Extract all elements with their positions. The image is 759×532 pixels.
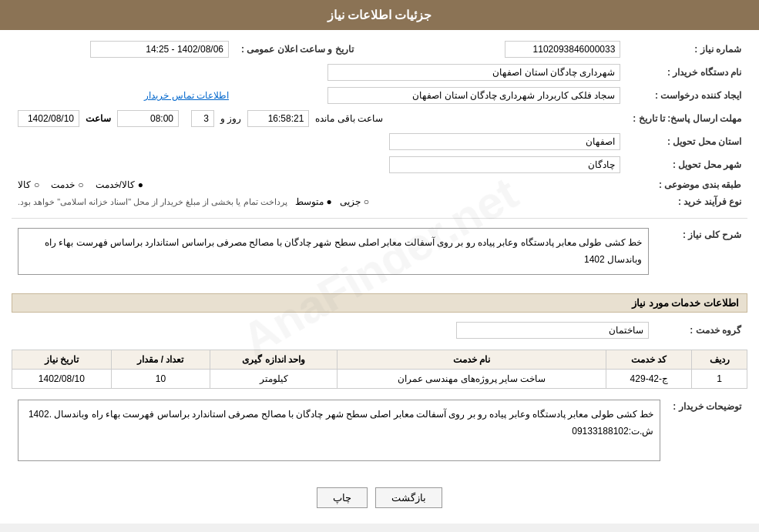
delivery-province-value: اصفهان: [12, 130, 626, 153]
delivery-city-label: شهر محل تحویل :: [626, 153, 747, 176]
col-service-code: کد خدمت: [606, 350, 692, 370]
category-kala[interactable]: ○ کالا: [18, 179, 39, 190]
process-جزیی[interactable]: ○ جزیی: [340, 196, 369, 207]
process-type-label: نوع فرآیند خرید :: [626, 193, 747, 210]
col-unit: واحد اندازه گیری: [210, 350, 338, 370]
radio-kala-khadamat: ●: [138, 179, 143, 190]
cell-service-name: ساخت سایر پروژه‌های مهندسی عمران: [337, 370, 606, 389]
process-type-options: پرداخت تمام یا بخشی از مبلغ خریدار از مح…: [12, 193, 626, 210]
print-button[interactable]: چاپ: [317, 487, 368, 508]
col-service-name: نام خدمت: [337, 350, 606, 370]
radio-khadamat: ○: [78, 179, 83, 190]
col-date: تاریخ نیاز: [12, 350, 112, 370]
cell-service-code: ج-42-429: [606, 370, 692, 389]
announce-datetime-value: 1402/08/06 - 14:25: [12, 38, 235, 61]
service-group-value: ساختمان: [12, 319, 655, 342]
cell-date: 1402/08/10: [12, 370, 112, 389]
buyer-contact-link[interactable]: اطلاعات تماس خریدار: [12, 84, 235, 107]
category-khadamat[interactable]: ○ خدمت: [51, 179, 83, 190]
back-button[interactable]: بازگشت: [375, 487, 442, 508]
buyer-org-value: شهرداری چادگان استان اصفهان: [12, 61, 626, 84]
need-number-value: 1102093846000033: [360, 38, 627, 61]
category-kala-khadamat[interactable]: ● کالا/خدمت: [96, 179, 144, 190]
delivery-province-label: استان محل تحویل :: [626, 130, 747, 153]
creator-label: ایجاد کننده درخواست :: [626, 84, 747, 107]
button-row: بازگشت چاپ: [12, 480, 747, 516]
cell-row: 1: [692, 370, 747, 389]
col-row: ردیف: [692, 350, 747, 370]
general-desc-label: شرح کلی نیاز :: [655, 225, 747, 286]
process-note: پرداخت تمام یا بخشی از مبلغ خریدار از مح…: [18, 197, 287, 207]
delivery-city-value: چادگان: [12, 153, 626, 176]
buyer-notes-value: خط کشی طولی معابر پادستگاه وعابر پیاده ر…: [12, 396, 667, 472]
radio-جزیی: ○: [364, 196, 369, 207]
buyer-notes-label: توضیحات خریدار :: [667, 396, 747, 472]
buyer-org-label: نام دستگاه خریدار :: [626, 61, 747, 84]
category-options: ○ کالا ○ خدمت ● کالا/خدمت: [12, 176, 626, 193]
process-متوسط[interactable]: ● متوسط: [295, 196, 332, 207]
page-title: جزئیات اطلاعات نیاز: [0, 0, 759, 30]
table-row: 1 ج-42-429 ساخت سایر پروژه‌های مهندسی عم…: [12, 370, 747, 389]
hours-text: ساعت باقی مانده: [315, 113, 383, 124]
reply-deadline-label: مهلت ارسال پاسخ: تا تاریخ :: [626, 107, 747, 130]
category-label: طبقه بندی موضوعی :: [626, 176, 747, 193]
days-text: روز و: [220, 113, 241, 124]
reply-deadline-row: 1402/08/10 ساعت 08:00 3 روز و 16:58:21: [12, 107, 626, 130]
services-table: ردیف کد خدمت نام خدمت واحد اندازه گیری ت…: [12, 350, 747, 389]
creator-value: سجاد فلکی کاربردار شهرداری چادگان استان …: [235, 84, 626, 107]
services-section-title: اطلاعات خدمات مورد نیاز: [12, 293, 747, 313]
need-number-label: شماره نیاز :: [626, 38, 747, 61]
time-label: ساعت: [86, 113, 111, 124]
buyer-notes-text: خط کشی طولی معابر پادستگاه وعابر پیاده ر…: [25, 407, 653, 440]
general-desc-value: خط کشی طولی معابر پادستگاه وعابر پیاده ر…: [12, 225, 655, 286]
radio-متوسط: ●: [327, 196, 332, 207]
cell-unit: کیلومتر: [210, 370, 338, 389]
announce-datetime-label: تاریخ و ساعت اعلان عمومی :: [235, 38, 360, 61]
col-quantity: تعداد / مقدار: [111, 350, 210, 370]
radio-kala: ○: [34, 179, 39, 190]
service-group-label: گروه خدمت :: [655, 319, 747, 342]
cell-quantity: 10: [111, 370, 210, 389]
